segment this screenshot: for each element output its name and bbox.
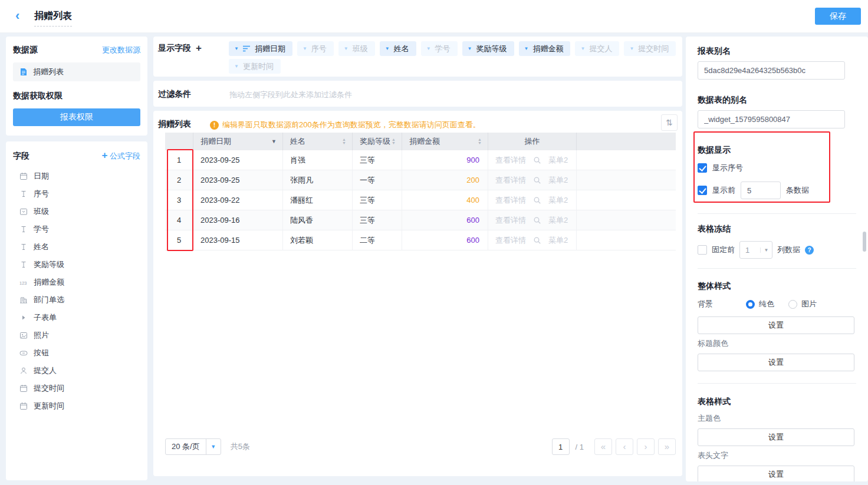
menu2-link[interactable]: 菜单2 — [548, 155, 568, 166]
chip-label: 班级 — [353, 44, 368, 54]
view-detail-link[interactable]: 查看详情 — [495, 195, 526, 206]
chip-label: 序号 — [311, 44, 327, 54]
column-header[interactable]: 捐赠金额▲▼ — [402, 133, 488, 150]
row-number-cell: 4 — [165, 210, 193, 230]
solid-color-radio[interactable] — [746, 300, 755, 309]
column-header[interactable]: 捐赠日期▼ — [193, 133, 283, 150]
first-page-button[interactable]: « — [594, 438, 612, 455]
menu2-link[interactable]: 菜单2 — [548, 195, 568, 206]
field-item[interactable]: 班级 — [13, 203, 140, 220]
row-count-input[interactable] — [741, 182, 781, 199]
view-detail-link[interactable]: 查看详情 — [495, 235, 526, 246]
column-header[interactable]: 奖励等级▲▼ — [353, 133, 402, 150]
pagination: 20 条/页 ▼ 共5条 / 1 « ‹ › » — [165, 438, 676, 455]
magnifier-icon[interactable] — [533, 216, 541, 225]
menu2-link[interactable]: 菜单2 — [548, 215, 568, 226]
add-formula-field-link[interactable]: + 公式字段 — [101, 151, 140, 161]
sort-order-button[interactable]: ⇅ — [661, 114, 678, 131]
field-item[interactable]: 按钮 — [13, 344, 140, 362]
field-item[interactable]: 提交人 — [13, 362, 140, 380]
display-fields-card: 显示字段 + ▼捐赠日期▼序号▼班级▼姓名▼学号▼奖励等级▼捐赠金额▼提交人▼提… — [153, 37, 682, 77]
magnifier-icon[interactable] — [533, 236, 541, 245]
field-item[interactable]: 子表单 — [13, 309, 140, 326]
chip-label: 更新时间 — [243, 61, 274, 72]
view-detail-link[interactable]: 查看详情 — [495, 155, 526, 166]
page-number-input[interactable] — [552, 438, 570, 455]
help-icon[interactable]: ? — [805, 246, 814, 255]
add-display-field-button[interactable]: + — [196, 44, 202, 52]
chevron-down-icon: ▼ — [760, 248, 772, 253]
date-cell: 2023-09-16 — [193, 210, 283, 230]
last-page-button[interactable]: » — [658, 438, 676, 455]
prev-page-button[interactable]: ‹ — [616, 438, 633, 455]
next-page-button[interactable]: › — [637, 438, 655, 455]
field-item-label: 更新时间 — [34, 401, 64, 411]
view-detail-link[interactable]: 查看详情 — [495, 175, 526, 186]
field-item[interactable]: 姓名 — [13, 238, 140, 256]
display-field-chip[interactable]: ▼班级 — [338, 41, 375, 56]
field-item[interactable]: 奖励等级 — [13, 256, 140, 273]
datasource-item-label: 捐赠列表 — [33, 67, 64, 77]
amount-cell: 600 — [402, 210, 488, 230]
column-header-label: 奖励等级 — [360, 136, 390, 147]
field-item[interactable]: 序号 — [13, 185, 140, 203]
title-color-set-button[interactable]: 设置 — [698, 354, 854, 371]
display-field-chip[interactable]: ▼奖励等级 — [462, 41, 514, 56]
display-field-chip[interactable]: ▼捐赠日期 — [229, 41, 292, 56]
display-field-chips: ▼捐赠日期▼序号▼班级▼姓名▼学号▼奖励等级▼捐赠金额▼提交人▼提交时间▼更新时… — [229, 41, 686, 77]
report-permission-button[interactable]: 报表权限 — [13, 108, 140, 126]
menu2-link[interactable]: 菜单2 — [548, 175, 568, 186]
display-field-chip[interactable]: ▼学号 — [421, 41, 458, 56]
datasource-item[interactable]: 捐赠列表 — [13, 62, 140, 81]
magnifier-icon[interactable] — [533, 156, 541, 164]
field-item[interactable]: 照片 — [13, 326, 140, 344]
magnifier-icon[interactable] — [533, 176, 541, 184]
magnifier-icon[interactable] — [533, 196, 541, 204]
filler-cell — [577, 170, 676, 190]
display-field-chip[interactable]: ▼序号 — [297, 41, 334, 56]
header-text-set-button[interactable]: 设置 — [698, 466, 854, 481]
field-item-label: 班级 — [34, 206, 49, 217]
display-field-chip[interactable]: ▼提交时间 — [624, 41, 676, 56]
show-index-checkbox[interactable] — [698, 163, 707, 173]
action-cell: 查看详情菜单2 — [488, 150, 577, 170]
column-header[interactable]: 姓名▲▼ — [283, 133, 353, 150]
back-icon[interactable]: ‹ — [15, 8, 19, 24]
image-radio[interactable] — [788, 300, 797, 309]
display-field-chip[interactable]: ▼提交人 — [575, 41, 619, 56]
background-set-button[interactable]: 设置 — [698, 316, 854, 334]
datasource-heading: 数据源 — [13, 45, 38, 55]
field-item[interactable]: 学号 — [13, 220, 140, 238]
filter-dropzone[interactable]: 拖动左侧字段到此处来添加过滤条件 — [229, 90, 352, 100]
theme-color-set-button[interactable]: 设置 — [698, 428, 854, 446]
scrollbar-thumb[interactable] — [863, 232, 866, 252]
field-item[interactable]: 更新时间 — [13, 397, 140, 415]
field-item-label: 序号 — [34, 189, 49, 199]
change-datasource-link[interactable]: 更改数据源 — [102, 45, 140, 55]
column-header-label: 姓名 — [290, 136, 305, 147]
action-cell: 查看详情菜单2 — [488, 230, 577, 250]
field-item[interactable]: 日期 — [13, 167, 140, 185]
report-alias-input[interactable] — [698, 61, 845, 80]
show-first-checkbox[interactable] — [698, 186, 707, 195]
chevron-down-icon: ▼ — [580, 47, 585, 51]
page-size-value: 20 条/页 — [166, 439, 206, 454]
save-button[interactable]: 保存 — [815, 8, 861, 25]
table-alias-input[interactable] — [698, 110, 845, 128]
freeze-count-select[interactable]: 1 ▼ — [739, 241, 772, 259]
field-item[interactable]: 提交时间 — [13, 380, 140, 397]
field-item[interactable]: 部门单选 — [13, 291, 140, 309]
menu2-link[interactable]: 菜单2 — [548, 235, 568, 246]
display-field-chip[interactable]: ▼姓名 — [380, 41, 416, 56]
freeze-checkbox[interactable] — [698, 245, 707, 255]
page-total: / 1 — [576, 443, 584, 451]
field-item-label: 照片 — [34, 330, 49, 341]
display-field-chip[interactable]: ▼更新时间 — [229, 59, 281, 74]
display-field-chip[interactable]: ▼捐赠金额 — [519, 41, 571, 56]
view-detail-link[interactable]: 查看详情 — [495, 215, 526, 226]
page-size-select[interactable]: 20 条/页 ▼ — [165, 438, 221, 455]
filler-cell — [577, 190, 676, 210]
header-text-label: 表头文字 — [698, 450, 856, 461]
freeze-suffix-label: 列数据 — [777, 245, 800, 255]
field-item[interactable]: 123捐赠金额 — [13, 273, 140, 291]
